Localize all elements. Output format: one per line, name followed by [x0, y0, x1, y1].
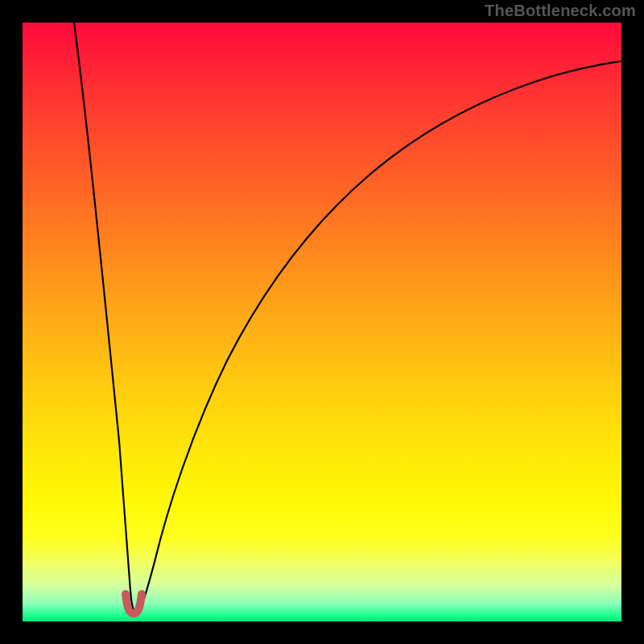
- bottleneck-curve: [74, 23, 621, 613]
- minimum-marker: [126, 594, 142, 613]
- attribution-label: TheBottleneck.com: [485, 2, 636, 20]
- curve-layer: [23, 23, 621, 621]
- chart-canvas: TheBottleneck.com: [0, 0, 644, 644]
- plot-area: [23, 23, 621, 621]
